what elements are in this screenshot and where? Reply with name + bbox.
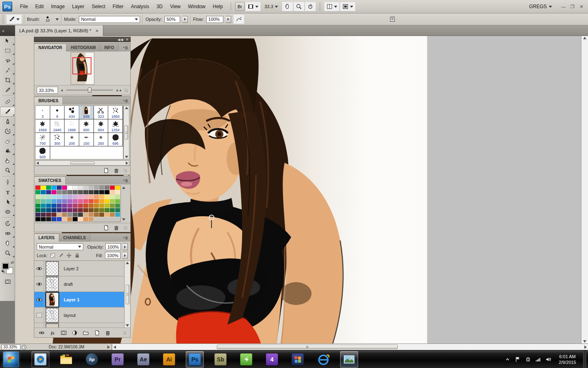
add-layer-mask-button[interactable]	[60, 330, 67, 336]
tool-zoom[interactable]	[0, 248, 15, 258]
swatch[interactable]	[36, 208, 41, 213]
swatch[interactable]	[78, 217, 83, 222]
swatch[interactable]	[110, 190, 115, 195]
swatch[interactable]	[51, 199, 57, 204]
collapse-panels-icon[interactable]: ◀◀	[118, 38, 123, 42]
scroll-right-icon[interactable]	[584, 346, 587, 349]
swatch[interactable]	[83, 213, 89, 217]
zoom-level-control[interactable]: 33.3	[261, 4, 281, 9]
adjustment-layer-button[interactable]	[71, 330, 78, 336]
delete-brush-button[interactable]	[113, 167, 120, 174]
taskbar-start-button[interactable]	[3, 352, 19, 367]
swatch[interactable]	[105, 208, 110, 213]
status-zoom-input[interactable]: 33.33%	[2, 344, 20, 350]
layer-blend-mode-select[interactable]: Normal	[37, 243, 83, 250]
layer-name[interactable]: Layer 1	[60, 297, 80, 302]
swatch[interactable]	[110, 199, 115, 204]
menu-window[interactable]: Window	[184, 0, 209, 13]
tool-path-selection[interactable]	[0, 197, 15, 207]
layer-row-layer-2[interactable]: Layer 2	[34, 261, 130, 276]
status-menu-button[interactable]	[105, 344, 112, 350]
swatch[interactable]	[115, 186, 120, 190]
swatch[interactable]	[67, 208, 73, 213]
brush-preset-323[interactable]: 323	[94, 106, 109, 119]
swatch[interactable]	[73, 186, 78, 190]
taskbar-photo-app-icon[interactable]	[289, 351, 307, 368]
lock-transparent-icon[interactable]	[49, 252, 56, 259]
new-layer-button[interactable]	[94, 330, 100, 336]
swatch[interactable]	[62, 217, 67, 222]
brush-preset-1254[interactable]: 1254	[108, 119, 123, 133]
tray-network-icon[interactable]	[535, 356, 541, 363]
swatch[interactable]	[99, 190, 105, 195]
swatch[interactable]	[57, 186, 62, 190]
new-group-button[interactable]	[82, 330, 89, 336]
swatch[interactable]	[67, 199, 73, 204]
swatch[interactable]	[89, 217, 94, 222]
toolbar-collapse-button[interactable]: »	[0, 25, 15, 36]
brush-preset-9[interactable]: 9	[50, 106, 65, 119]
swatch[interactable]	[115, 204, 120, 208]
layer-visibility-eye-icon[interactable]	[34, 261, 44, 276]
taskbar-windows-media-player-icon[interactable]	[31, 351, 49, 368]
layer-name[interactable]: layout	[60, 313, 76, 318]
tool-shape[interactable]	[0, 207, 15, 217]
resize-grip[interactable]	[123, 331, 126, 334]
swatch[interactable]	[62, 213, 67, 217]
swatch[interactable]	[110, 204, 115, 208]
tool-move[interactable]	[0, 36, 15, 46]
swatch[interactable]	[110, 186, 115, 190]
layers-scrollbar[interactable]	[124, 261, 130, 328]
swatch[interactable]	[57, 217, 62, 222]
swatch[interactable]	[57, 213, 62, 217]
swatch[interactable]	[46, 208, 51, 213]
taskbar-hp-support-icon[interactable]: hp	[83, 351, 101, 368]
swatch[interactable]	[46, 195, 51, 199]
swatch[interactable]	[94, 208, 99, 213]
slider-thumb[interactable]	[88, 88, 91, 93]
swatch[interactable]	[46, 199, 51, 204]
scroll-up-icon[interactable]	[583, 37, 586, 39]
flow-slider-button[interactable]	[226, 16, 231, 23]
swatch[interactable]	[67, 195, 73, 199]
swatch[interactable]	[99, 186, 105, 190]
swatch[interactable]	[99, 204, 105, 208]
new-swatch-button[interactable]	[102, 224, 109, 231]
swatch[interactable]	[83, 199, 89, 204]
layer-fill-slider-button[interactable]	[122, 252, 128, 259]
swatch[interactable]	[99, 199, 105, 204]
swatch[interactable]	[57, 199, 62, 204]
panel-menu-icon[interactable]	[122, 96, 130, 105]
brush-preset-500[interactable]: 500	[36, 146, 50, 159]
toggle-panel-button[interactable]	[387, 15, 398, 24]
brushes-scrollbar[interactable]	[123, 105, 129, 159]
swatch[interactable]	[51, 208, 57, 213]
menu-analysis[interactable]: Analysis	[127, 0, 153, 13]
scrollbar-thumb[interactable]	[70, 162, 95, 164]
swatch[interactable]	[62, 186, 67, 190]
swatch[interactable]	[115, 208, 120, 213]
swatch[interactable]	[105, 195, 110, 199]
scroll-up-icon[interactable]	[125, 107, 128, 109]
swatch[interactable]	[46, 204, 51, 208]
lock-all-icon[interactable]	[74, 252, 80, 259]
vertical-scrollbar[interactable]	[581, 36, 588, 343]
swatch[interactable]	[46, 186, 51, 190]
taskbar-adobe-soundbooth-icon[interactable]: Sb	[212, 351, 229, 368]
document-tab[interactable]: LA.psd @ 33.3% (Layer 1, RGB/8) * ✕	[15, 25, 103, 36]
taskbar-adobe-photoshop-icon[interactable]: Ps	[186, 351, 204, 368]
swatch[interactable]	[41, 195, 46, 199]
layer-fill-input[interactable]: 100%	[105, 252, 120, 259]
blend-mode-select[interactable]: Normal	[79, 16, 140, 23]
tool-eyedropper[interactable]	[0, 85, 15, 95]
taskbar-image-viewer-icon[interactable]	[340, 351, 358, 368]
swatch[interactable]	[46, 217, 51, 222]
swatch[interactable]	[51, 204, 57, 208]
menu-edit[interactable]: Edit	[31, 0, 47, 13]
swatch[interactable]	[41, 208, 46, 213]
resize-grip[interactable]	[124, 169, 127, 172]
swatch[interactable]	[110, 208, 115, 213]
workspace-switcher[interactable]: GREGS	[525, 4, 556, 9]
quick-mask-button[interactable]	[0, 277, 15, 287]
swatch[interactable]	[57, 208, 62, 213]
